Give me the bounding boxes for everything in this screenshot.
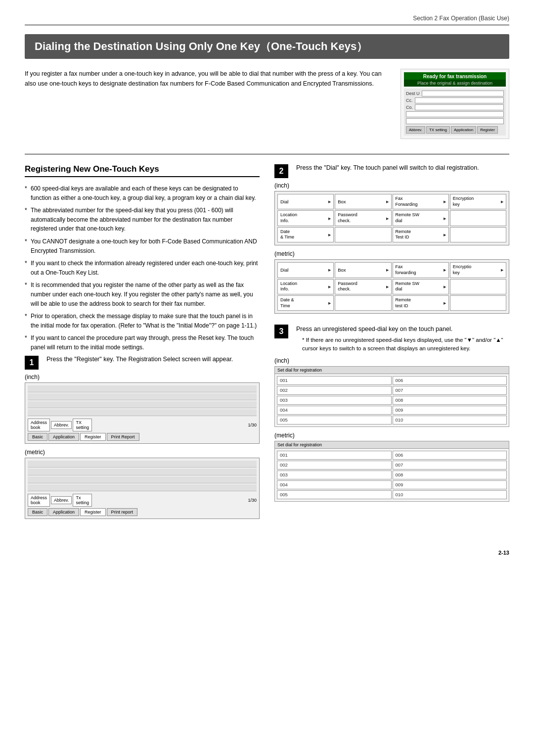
- step2m-box-btn[interactable]: Box: [335, 262, 391, 278]
- step3-metric-label: (metric): [274, 432, 509, 439]
- step1-inch-tab-app[interactable]: Application: [48, 433, 79, 441]
- step2-datetime-btn[interactable]: Date& Time: [277, 227, 334, 242]
- step2-empty-2: [335, 227, 391, 242]
- step-1-number: 1: [25, 356, 39, 370]
- step3-inch-cell-010[interactable]: 010: [393, 416, 507, 425]
- step2-empty-1: [450, 210, 506, 226]
- step-3-block: 3 Press an unregistered speed-dial key o…: [274, 325, 509, 501]
- step2-location-btn[interactable]: LocationInfo.: [277, 210, 334, 226]
- fax-tab-app[interactable]: Application: [451, 126, 476, 134]
- step1-metric-tab-register[interactable]: Register: [80, 508, 106, 516]
- step2-inch-screen: Dial Box FaxForwarding Encryptionkey Loc…: [274, 191, 509, 245]
- step3-inch-cell-003[interactable]: 003: [277, 396, 392, 405]
- step3-inch-cell-007[interactable]: 007: [393, 386, 507, 395]
- step3-metric-cell-008[interactable]: 008: [393, 471, 507, 479]
- step3-metric-reg-screen: Set dial for registration 001 006 002 00…: [274, 441, 509, 502]
- step2-remotesw-btn[interactable]: Remote SWdial: [393, 210, 449, 226]
- step2-metric-label: (metric): [274, 250, 509, 257]
- step1-metric-tab-print[interactable]: Print report: [107, 508, 138, 516]
- dest-input: [422, 91, 504, 96]
- step1-metric-label: (metric): [25, 449, 260, 456]
- step3-metric-cell-010[interactable]: 010: [393, 490, 507, 499]
- step-3-number: 3: [274, 325, 288, 338]
- step1-inch-pagenum: 1/30: [248, 423, 257, 427]
- step3-metric-cell-003[interactable]: 003: [277, 471, 392, 479]
- step3-inch-cell-008[interactable]: 008: [393, 396, 507, 405]
- cc-input: [415, 97, 504, 103]
- step2m-password-btn[interactable]: Passwordcheck.: [335, 279, 391, 294]
- step1-inch-tab-basic[interactable]: Basic: [28, 433, 47, 441]
- step2-metric-screen: Dial Box Faxforwarding Encryptiokey Loca…: [274, 259, 509, 314]
- step-3-content: (inch) Set dial for registration 001 006…: [274, 357, 509, 502]
- step3-inch-label: (inch): [274, 357, 509, 364]
- step2-dial-btn[interactable]: Dial: [277, 194, 334, 209]
- step3-inch-cell-006[interactable]: 006: [393, 376, 507, 385]
- step1-metric-tab-app[interactable]: Application: [48, 508, 79, 516]
- fax-panel-header: Ready for fax transmission: [404, 72, 506, 80]
- step3-metric-cell-005[interactable]: 005: [277, 490, 392, 499]
- step2-inch-label: (inch): [274, 182, 509, 189]
- step-1-block: 1 Press the "Register" key. The Registra…: [25, 356, 260, 519]
- step3-inch-cell-002[interactable]: 002: [277, 386, 392, 395]
- step3-metric-cell-007[interactable]: 007: [393, 461, 507, 470]
- step3-metric-cell-002[interactable]: 002: [277, 461, 392, 470]
- step3-inch-screen-title: Set dial for registration: [275, 367, 509, 374]
- bullet-item-5: It is recommended that you register the …: [25, 281, 260, 308]
- step-2-desc: Press the "Dial" key. The touch panel wi…: [296, 164, 479, 171]
- step2m-dial-btn[interactable]: Dial: [277, 262, 334, 278]
- step2m-location-btn[interactable]: LocationInfo.: [277, 279, 334, 294]
- fax-panel-tabs: Abbrev. TX setting Application Register: [406, 126, 504, 134]
- step2-encrypt-btn[interactable]: Encryptionkey: [450, 194, 506, 209]
- step2m-fax-fwd-btn[interactable]: Faxforwarding: [393, 262, 449, 278]
- right-column: 2 Press the "Dial" key. The touch panel …: [274, 164, 509, 530]
- step-3-note: * If there are no unregistered speed-dia…: [296, 336, 509, 353]
- step3-metric-cell-009[interactable]: 009: [393, 480, 507, 489]
- fax-tab-abbrev[interactable]: Abbrev.: [406, 126, 425, 134]
- step3-inch-reg-screen: Set dial for registration 001 006 002 00…: [274, 366, 509, 427]
- step1-metric-tab-basic[interactable]: Basic: [28, 508, 47, 516]
- step-2-number: 2: [274, 164, 288, 178]
- step3-inch-cell-005[interactable]: 005: [277, 416, 392, 425]
- bullet-item-4: If you want to check the information alr…: [25, 259, 260, 277]
- step3-inch-cell-009[interactable]: 009: [393, 406, 507, 415]
- fax-tab-tx[interactable]: TX setting: [426, 126, 450, 134]
- step2-fax-fwd-btn[interactable]: FaxForwarding: [393, 194, 449, 209]
- step3-metric-cell-001[interactable]: 001: [277, 451, 392, 460]
- page-main-title: Dialing the Destination Using Only One K…: [25, 34, 509, 59]
- section-subtitle: Registering New One-Touch Keys: [25, 164, 260, 177]
- step2m-empty-2: [335, 295, 391, 311]
- fax-tab-register[interactable]: Register: [477, 126, 498, 134]
- step1-inch-screen: Addressbook Abbrev. TXsetting 1/30 Basic…: [25, 382, 260, 444]
- step1-metric-pagenum: 1/30: [248, 498, 257, 503]
- step-3-desc: Press an unregistered speed-dial key on …: [296, 326, 452, 332]
- step-2-content: (inch) Dial Box FaxForwarding Encryption…: [274, 182, 509, 314]
- step2-password-btn[interactable]: Passwordcheck.: [335, 210, 391, 226]
- step2m-remotesw-btn[interactable]: Remote SWdial: [393, 279, 449, 294]
- step3-metric-cell-006[interactable]: 006: [393, 451, 507, 460]
- bullet-list: 600 speed-dial keys are available and ea…: [25, 184, 260, 352]
- step1-inch-tab-register[interactable]: Register: [80, 433, 106, 441]
- bullet-item-6: Prior to operation, check the message di…: [25, 312, 260, 330]
- step2-remote-test-btn[interactable]: RemoteTest ID: [393, 227, 449, 242]
- step3-metric-screen-title: Set dial for registration: [275, 441, 509, 449]
- step2m-encrypt-btn[interactable]: Encryptiokey: [450, 262, 506, 278]
- bullet-item-7: If you want to cancel the procedure part…: [25, 333, 260, 352]
- step2m-empty-3: [450, 295, 506, 311]
- step2m-remote-test-btn[interactable]: Remotetest ID: [393, 295, 449, 311]
- step-1-desc: Press the "Register" key. The Registrati…: [46, 356, 233, 363]
- step3-metric-cell-004[interactable]: 004: [277, 480, 392, 489]
- step2m-empty-1: [450, 279, 506, 294]
- page-number: 2-13: [25, 550, 509, 556]
- fax-panel-image: Ready for fax transmission Place the ori…: [400, 69, 509, 139]
- step2-box-btn[interactable]: Box: [335, 194, 391, 209]
- step1-inch-tab-print[interactable]: Print Report: [107, 433, 139, 441]
- step3-metric-grid: 001 006 002 007 003 008 004 009 005 010: [275, 449, 509, 501]
- step3-inch-cell-001[interactable]: 001: [277, 376, 392, 385]
- step3-inch-cell-004[interactable]: 004: [277, 406, 392, 415]
- co-input: [415, 104, 504, 110]
- fax-panel-body: Dest U Cc. Co. Abbrev. TX setting Applic…: [404, 89, 506, 136]
- extra-input-1: [406, 111, 504, 117]
- step3-inch-grid: 001 006 002 007 003 008 004 009 005 010: [275, 374, 509, 426]
- step2m-datetime-btn[interactable]: Date &Time: [277, 295, 334, 311]
- step1-inch-label: (inch): [25, 374, 260, 380]
